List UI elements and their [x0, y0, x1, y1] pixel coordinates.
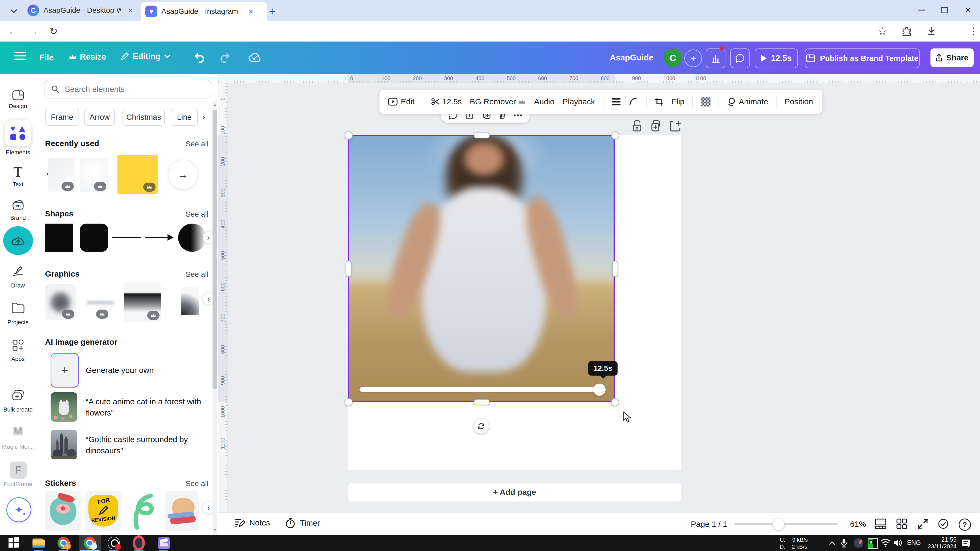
sidebar-item-fontframe[interactable]: FontFrame [0, 481, 36, 487]
add-page-icon[interactable] [670, 120, 682, 132]
insights-button[interactable] [706, 48, 725, 68]
ai-prompt-cat[interactable]: “A cute anime cat in a forest with flowe… [86, 396, 205, 418]
new-tab-button[interactable]: + [266, 5, 278, 17]
duplicate-page-icon[interactable] [650, 120, 662, 132]
timer-button[interactable]: Timer [285, 518, 320, 529]
close-tab-icon[interactable]: × [245, 6, 256, 17]
stickers-see-all[interactable]: See all [186, 480, 208, 488]
lock-icon[interactable] [632, 120, 642, 132]
magic-morph-icon[interactable]: M [0, 425, 36, 438]
editing-mode-menu[interactable]: Editing [120, 52, 170, 61]
bulk-create-icon[interactable] [0, 390, 36, 402]
canva-assistant-button[interactable]: ✦ ✦ [6, 497, 32, 522]
rotate-handle[interactable] [474, 419, 488, 433]
sticker-for-revision[interactable]: FOR REVISION [85, 491, 121, 531]
sidebar-item-brand[interactable]: Brand [0, 214, 36, 221]
extensions-icon[interactable] [900, 24, 914, 38]
more-options-icon[interactable] [514, 114, 522, 116]
ai-prompt-castle[interactable]: “Gothic castle surrounded by dinosaurs” [86, 434, 205, 456]
undo-icon[interactable] [192, 51, 205, 64]
chip-line[interactable]: Line [171, 109, 198, 125]
shape-line[interactable] [112, 237, 141, 238]
add-member-button[interactable]: + [684, 49, 702, 67]
apps-grid-icon[interactable] [0, 339, 36, 351]
ai-prompt-castle-image[interactable] [51, 430, 77, 459]
speaker-icon[interactable] [893, 538, 903, 547]
resize-handle-se[interactable] [611, 398, 619, 406]
sticker-santa[interactable] [45, 491, 81, 531]
resize-menu[interactable]: Resize [69, 52, 106, 62]
draw-icon[interactable] [0, 265, 36, 277]
share-button[interactable]: Share [931, 48, 974, 67]
chip-frame[interactable]: Frame [45, 109, 79, 125]
chrome-profile1-icon[interactable] [57, 537, 70, 549]
sidebar-item-elements[interactable]: Elements [0, 149, 36, 156]
video-scrubber-handle[interactable] [593, 384, 606, 396]
transparency-icon[interactable] [701, 97, 711, 106]
video-scrubber-track[interactable] [360, 387, 600, 392]
tray-graphics-icon[interactable] [868, 538, 878, 549]
tray-app-icon[interactable] [854, 538, 863, 548]
add-page-button[interactable]: + Add page [348, 483, 681, 502]
sidebar-item-elements-tile[interactable]: ♥ [5, 120, 31, 146]
wifi-icon[interactable] [880, 539, 891, 547]
recent-scroll-right-button[interactable]: → [168, 160, 198, 189]
notification-center-icon[interactable] [961, 538, 971, 548]
help-icon[interactable]: ? [959, 519, 971, 531]
shape-square[interactable] [45, 224, 73, 252]
recent-element-2[interactable] [80, 158, 108, 192]
file-menu[interactable]: File [40, 53, 54, 62]
bg-remover-button[interactable]: BG Remover [470, 97, 526, 106]
shape-arrow[interactable] [145, 231, 173, 244]
chip-christmas[interactable]: Christmas [123, 109, 165, 125]
download-icon[interactable] [924, 24, 939, 38]
resize-handle-w[interactable] [346, 261, 352, 277]
tab-search-icon[interactable] [8, 6, 20, 16]
timeline-view-icon[interactable] [875, 519, 886, 529]
recent-element-1[interactable] [48, 158, 75, 192]
chips-scroll-right-icon[interactable]: › [199, 112, 208, 121]
ai-prompt-cat-image[interactable] [51, 392, 77, 422]
selected-video-element[interactable] [348, 135, 615, 402]
playback-button[interactable]: Playback [562, 97, 595, 106]
sidebar-item-draw[interactable]: Draw [0, 282, 36, 289]
resize-handle-ne[interactable] [611, 132, 619, 140]
microphone-icon[interactable] [840, 538, 847, 548]
bookmark-star-icon[interactable]: ☆ [875, 24, 890, 38]
clipchamp-icon[interactable] [158, 537, 170, 549]
scrollbar-up-icon[interactable]: ▲ [213, 101, 217, 108]
sidebar-item-text[interactable]: Text [0, 181, 36, 188]
forward-icon[interactable]: → [26, 24, 40, 38]
chip-arrow[interactable]: Arrow [84, 109, 115, 125]
sticker-squiggle[interactable] [125, 491, 161, 531]
window-minimize-button[interactable] [912, 2, 931, 18]
grid-view-icon[interactable] [896, 519, 907, 529]
menu-hamburger-icon[interactable] [14, 49, 26, 62]
sidebar-item-bulk-create[interactable]: Bulk create [0, 406, 36, 413]
sidebar-item-projects[interactable]: Projects [0, 319, 36, 326]
resize-handle-s[interactable] [474, 399, 490, 405]
shapes-see-all[interactable]: See all [186, 210, 208, 219]
recent-element-3[interactable] [118, 155, 158, 194]
shape-rounded-square[interactable] [80, 224, 108, 252]
fontframe-icon[interactable]: F [10, 462, 27, 479]
window-maximize-button[interactable] [935, 2, 954, 18]
resize-handle-sw[interactable] [345, 398, 353, 406]
reload-icon[interactable]: ↻ [46, 24, 61, 38]
present-play-button[interactable]: 12.5s [755, 48, 798, 68]
start-button[interactable] [8, 537, 20, 549]
graphics-see-all[interactable]: See all [186, 270, 208, 279]
graphic-blur-blob[interactable] [45, 284, 76, 320]
panel-scrollbar-thumb[interactable] [213, 110, 217, 389]
active-app-tile[interactable] [79, 535, 101, 551]
back-icon[interactable]: ← [6, 24, 20, 38]
search-input[interactable]: Search elements [44, 80, 211, 98]
comments-button[interactable] [730, 48, 750, 68]
browser-menu-icon[interactable]: ⋮ [966, 24, 980, 38]
graphic-soft-line[interactable] [85, 284, 116, 320]
zoom-slider-handle[interactable] [772, 518, 784, 530]
notes-button[interactable]: Notes [234, 518, 270, 528]
redo-icon[interactable] [219, 51, 232, 64]
language-indicator[interactable]: ENG [907, 539, 921, 546]
close-tab-icon[interactable]: × [125, 5, 135, 16]
